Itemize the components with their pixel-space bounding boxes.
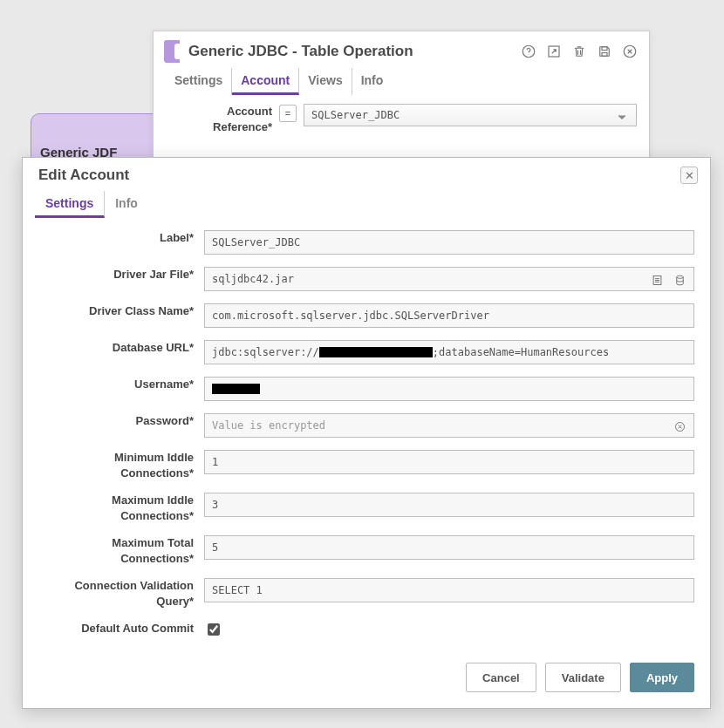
modal-tabs: Settings Info xyxy=(23,187,710,218)
modal-tab-settings[interactable]: Settings xyxy=(35,191,105,218)
username-redacted xyxy=(212,384,260,394)
panel-toolbar xyxy=(520,43,639,60)
label-input[interactable]: SQLServer_JDBC xyxy=(204,230,694,255)
export-icon[interactable] xyxy=(545,43,563,60)
max-total-input[interactable]: 5 xyxy=(204,535,694,560)
validation-query-value: SELECT 1 xyxy=(212,584,263,596)
min-idle-label: Minimum Iddle Connections* xyxy=(38,450,204,480)
tab-info[interactable]: Info xyxy=(352,68,393,95)
panel-title: Generic JDBC - Table Operation xyxy=(188,43,520,60)
password-placeholder: Value is encrypted xyxy=(212,419,325,432)
validation-query-input[interactable]: SELECT 1 xyxy=(204,578,694,602)
username-input[interactable] xyxy=(204,377,694,401)
account-reference-select[interactable]: SQLServer_JDBC xyxy=(304,104,637,126)
help-icon[interactable] xyxy=(520,43,537,60)
driver-jar-label: Driver Jar File* xyxy=(38,267,204,282)
tab-account[interactable]: Account xyxy=(232,68,299,95)
label-label: Label* xyxy=(38,230,204,246)
form: Label* SQLServer_JDBC Driver Jar File* s… xyxy=(23,218,710,654)
close-icon[interactable] xyxy=(621,43,639,60)
username-label: Username* xyxy=(38,377,204,392)
validation-query-label: Connection Validation Query* xyxy=(38,578,204,609)
min-idle-value: 1 xyxy=(212,456,218,468)
driver-class-input[interactable]: com.microsoft.sqlserver.jdbc.SQLServerDr… xyxy=(204,303,694,328)
max-total-label: Maximum Total Connections* xyxy=(38,535,204,566)
password-label: Password* xyxy=(38,413,204,429)
driver-class-value: com.microsoft.sqlserver.jdbc.SQLServerDr… xyxy=(212,310,489,322)
database-url-prefix: jdbc:sqlserver:// xyxy=(212,346,319,358)
driver-jar-input[interactable]: sqljdbc42.jar xyxy=(204,267,694,291)
svg-rect-4 xyxy=(602,53,607,57)
modal-tab-info[interactable]: Info xyxy=(105,191,148,218)
apply-button[interactable]: Apply xyxy=(630,663,694,692)
account-reference-value: SQLServer_JDBC xyxy=(311,109,400,121)
modal-title: Edit Account xyxy=(38,167,680,184)
panel-tabs: Settings Account Views Info xyxy=(154,68,649,95)
database-url-redacted xyxy=(319,347,433,357)
max-idle-value: 3 xyxy=(212,499,218,511)
label-value: SQLServer_JDBC xyxy=(212,236,300,248)
list-icon[interactable] xyxy=(648,271,666,289)
password-input[interactable]: Value is encrypted xyxy=(204,413,694,438)
modal-footer: Cancel Validate Apply xyxy=(23,654,710,708)
tab-settings[interactable]: Settings xyxy=(166,68,232,95)
database-url-input[interactable]: jdbc:sqlserver://;databaseName=HumanReso… xyxy=(204,340,694,364)
driver-jar-value: sqljdbc42.jar xyxy=(212,273,294,285)
modal-close-button[interactable]: ✕ xyxy=(680,167,698,184)
max-idle-input[interactable]: 3 xyxy=(204,493,694,517)
table-operation-panel: Generic JDBC - Table Operation Settings … xyxy=(153,31,650,170)
equals-toggle[interactable]: = xyxy=(279,105,297,122)
app-logo xyxy=(164,40,180,63)
auto-commit-checkbox[interactable] xyxy=(208,623,220,636)
trash-icon[interactable] xyxy=(570,43,588,60)
max-idle-label: Maximum Iddle Connections* xyxy=(38,493,204,523)
database-url-label: Database URL* xyxy=(38,340,204,356)
validate-button[interactable]: Validate xyxy=(545,663,621,692)
tab-views[interactable]: Views xyxy=(299,68,352,95)
svg-rect-3 xyxy=(602,47,607,51)
account-reference-label: Account Reference* xyxy=(166,104,279,134)
auto-commit-label: Default Auto Commit xyxy=(38,621,204,636)
chevron-down-icon xyxy=(613,108,631,126)
svg-point-1 xyxy=(529,54,529,55)
save-icon[interactable] xyxy=(596,43,613,60)
svg-point-7 xyxy=(676,276,683,278)
database-url-suffix: ;databaseName=HumanResources xyxy=(433,346,609,358)
driver-class-label: Driver Class Name* xyxy=(38,303,204,319)
clear-icon[interactable] xyxy=(671,418,688,435)
database-icon[interactable] xyxy=(671,271,688,289)
max-total-value: 5 xyxy=(212,541,218,554)
min-idle-input[interactable]: 1 xyxy=(204,450,694,474)
cancel-button[interactable]: Cancel xyxy=(466,663,536,692)
edit-account-modal: Edit Account ✕ Settings Info Label* SQLS… xyxy=(22,157,711,709)
